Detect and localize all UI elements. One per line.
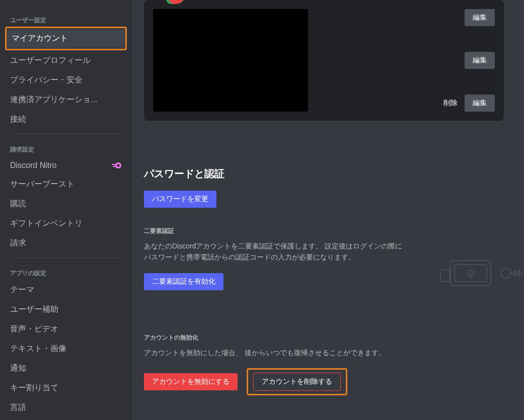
- sidebar-item-billing[interactable]: 請求: [5, 234, 127, 253]
- sidebar-item-theme[interactable]: テーマ: [5, 281, 127, 299]
- edit-phone-button[interactable]: 編集: [465, 95, 495, 112]
- edit-username-button[interactable]: 編集: [465, 9, 495, 26]
- account-disable-label: アカウントの無効化: [144, 333, 504, 342]
- profile-banner-preview: [153, 9, 308, 112]
- sidebar-item-privacy-safety[interactable]: プライバシー・安全: [5, 71, 127, 90]
- account-card: 編集 編集 削除 編集: [144, 0, 504, 121]
- delete-account-button[interactable]: アカウントを削除する: [253, 373, 341, 391]
- sidebar-item-label: 購読: [10, 199, 26, 209]
- svg-rect-7: [440, 270, 450, 282]
- nitro-icon: [112, 162, 122, 169]
- sidebar-item-label: ユーザープロフィール: [10, 55, 91, 66]
- sidebar-item-connections[interactable]: 接続: [5, 110, 127, 129]
- sidebar-item-streamer-mode[interactable]: 配信モード: [5, 418, 127, 420]
- sidebar-item-label: マイアカウント: [12, 33, 68, 44]
- enable-two-factor-button[interactable]: 二要素認証を有効化: [144, 273, 223, 290]
- sidebar-item-keybinds[interactable]: キー割り当て: [5, 379, 127, 397]
- sidebar-item-user-profile[interactable]: ユーザープロフィール: [5, 51, 127, 70]
- remove-phone-link[interactable]: 削除: [443, 99, 458, 108]
- sidebar-item-label: 請求: [10, 238, 26, 248]
- password-auth-title: パスワードと認証: [144, 167, 504, 181]
- sidebar-item-language[interactable]: 言語: [5, 398, 127, 417]
- sidebar-item-discord-nitro[interactable]: Discord Nitro: [5, 157, 127, 174]
- sidebar-item-voice-video[interactable]: 音声・ビデオ: [5, 320, 127, 339]
- change-password-button[interactable]: パスワードを変更: [144, 191, 216, 208]
- divider: [10, 258, 122, 258]
- security-illustration-icon: [435, 249, 524, 292]
- svg-point-3: [117, 164, 120, 167]
- sidebar-item-label: 言語: [10, 402, 26, 413]
- svg-rect-1: [112, 164, 116, 165]
- sidebar-item-subscriptions[interactable]: 購読: [5, 195, 127, 213]
- account-removal-section: アカウントの無効化 アカウントを無効にした場合、 後からいつでも復帰させることが…: [144, 333, 504, 395]
- edit-email-button[interactable]: 編集: [465, 52, 495, 69]
- sidebar-header-app-settings: アプリの設定: [5, 263, 127, 280]
- sidebar-item-label: テーマ: [10, 285, 34, 295]
- divider: [10, 134, 122, 134]
- sidebar-item-server-boost[interactable]: サーバーブースト: [5, 175, 127, 194]
- sidebar-item-label: 連携済アプリケーショ...: [10, 95, 97, 105]
- sidebar-item-authorized-apps[interactable]: 連携済アプリケーショ...: [5, 91, 127, 109]
- account-disable-help-text: アカウントを無効にした場合、 後からいつでも復帰させることができます。: [144, 347, 504, 358]
- sidebar-item-label: サーバーブースト: [10, 179, 74, 190]
- sidebar-item-text-images[interactable]: テキスト・画像: [5, 340, 127, 358]
- sidebar-item-label: ギフトインベントリ: [10, 218, 83, 229]
- svg-point-8: [501, 268, 511, 278]
- sidebar-item-label: ユーザー補助: [10, 304, 58, 315]
- sidebar-item-label: 通知: [10, 363, 26, 374]
- avatar-status-icon: [163, 0, 184, 4]
- sidebar-item-label: プライバシー・安全: [10, 75, 83, 86]
- svg-rect-2: [113, 166, 116, 167]
- sidebar-item-label: 接続: [10, 114, 26, 125]
- sidebar-item-notifications[interactable]: 通知: [5, 359, 127, 378]
- sidebar-item-label: キー割り当て: [10, 383, 58, 393]
- sidebar-item-label: Discord Nitro: [10, 161, 56, 170]
- settings-sidebar: ユーザー設定 マイアカウント ユーザープロフィール プライバシー・安全 連携済ア…: [0, 0, 132, 420]
- disable-account-button[interactable]: アカウントを無効にする: [144, 373, 238, 390]
- main-content: 編集 編集 削除 編集 パスワードと認証 パスワードを変更 二要素認証 あなたの…: [132, 0, 524, 420]
- sidebar-header-billing-settings: 請求設定: [5, 139, 127, 156]
- sidebar-item-label: テキスト・画像: [10, 344, 66, 354]
- sidebar-item-gift-inventory[interactable]: ギフトインベントリ: [5, 214, 127, 233]
- sidebar-item-my-account[interactable]: マイアカウント: [7, 29, 125, 48]
- sidebar-item-label: 音声・ビデオ: [10, 324, 58, 334]
- sidebar-header-user-settings: ユーザー設定: [5, 10, 127, 27]
- two-factor-help-text: あなたのDiscordアカウントを二要素認証で保護します。 設定後はログインの際…: [144, 240, 406, 263]
- sidebar-item-accessibility[interactable]: ユーザー補助: [5, 300, 127, 319]
- two-factor-label: 二要素認証: [144, 227, 504, 235]
